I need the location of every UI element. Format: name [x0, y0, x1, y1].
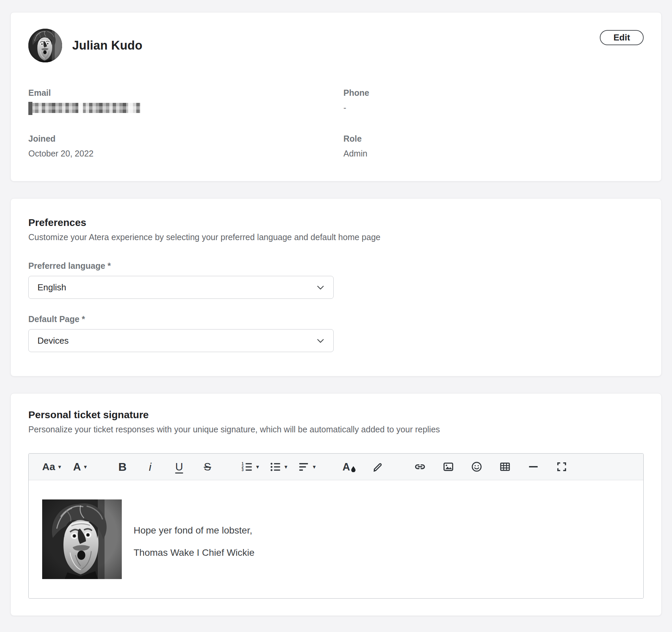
link-button[interactable] [411, 454, 429, 480]
horizontal-rule-button[interactable] [524, 454, 543, 480]
font-family-icon: A [73, 461, 81, 472]
default-page-value: Devices [38, 336, 69, 346]
highlighter-icon [371, 461, 384, 473]
preferred-language-label: Preferred language * [28, 261, 644, 271]
chevron-down-icon: ▾ [84, 464, 87, 470]
align-button[interactable]: ▾ [297, 454, 316, 480]
emoji-icon [471, 461, 483, 473]
joined-label: Joined [28, 134, 343, 144]
phone-value: - [343, 103, 644, 113]
field-joined: Joined October 20, 2022 [28, 134, 343, 159]
default-page-select[interactable]: Devices [28, 329, 334, 352]
font-family-button[interactable]: A ▾ [71, 454, 89, 480]
ordered-list-button[interactable]: 1 2 3 ▾ [241, 454, 259, 480]
signature-text: Hope yer fond of me lobster, Thomas Wake… [134, 515, 254, 564]
emoji-button[interactable] [467, 454, 486, 480]
align-left-icon [297, 461, 310, 473]
fullscreen-icon [556, 461, 568, 473]
default-page-label: Default Page * [28, 314, 644, 324]
phone-label: Phone [343, 88, 644, 98]
portrait-photo-icon [42, 500, 122, 579]
strikethrough-icon: S [204, 461, 211, 472]
bullet-list-button[interactable]: ▾ [269, 454, 288, 480]
edit-button[interactable]: Edit [600, 30, 644, 45]
avatar [28, 29, 62, 63]
chevron-down-icon [316, 285, 325, 290]
horizontal-rule-icon [527, 461, 539, 473]
signature-title: Personal ticket signature [28, 409, 644, 420]
highlight-button[interactable] [368, 454, 387, 480]
account-settings-page: Julian Kudo Edit Email Phone - Joined Oc… [0, 0, 672, 632]
chevron-down-icon: ▾ [58, 464, 61, 470]
text-color-button[interactable]: A [340, 454, 359, 480]
profile-header: Julian Kudo Edit [28, 29, 644, 63]
signature-description: Personalize your ticket responses with y… [28, 424, 644, 434]
email-label: Email [28, 88, 343, 98]
text-color-icon: A [342, 462, 350, 472]
bold-button[interactable]: B [113, 454, 132, 480]
preferences-description: Customize your Atera experience by selec… [28, 233, 644, 242]
italic-icon: i [149, 461, 153, 472]
role-label: Role [343, 134, 644, 144]
ordered-list-icon: 1 2 3 [241, 461, 253, 473]
signature-line-2: Thomas Wake I Chief Wickie [134, 542, 254, 564]
italic-button[interactable]: i [141, 454, 160, 480]
role-value: Admin [343, 149, 644, 159]
fullscreen-button[interactable] [552, 454, 571, 480]
redacted-email-value [28, 103, 140, 113]
svg-text:3: 3 [242, 468, 244, 472]
image-icon [442, 461, 454, 473]
strikethrough-button[interactable]: S [198, 454, 217, 480]
signature-line-1: Hope yer fond of me lobster, [134, 519, 254, 542]
avatar-photo-icon [28, 29, 62, 63]
table-icon [499, 461, 511, 473]
image-button[interactable] [439, 454, 458, 480]
signature-photo [42, 500, 122, 579]
chevron-down-icon: ▾ [256, 464, 259, 470]
field-email: Email [28, 88, 343, 113]
profile-card: Julian Kudo Edit Email Phone - Joined Oc… [10, 12, 662, 181]
editor-toolbar: Aa ▾ A ▾ B i U S [29, 454, 643, 480]
font-size-icon: Aa [42, 462, 55, 472]
bullet-list-icon [269, 461, 281, 473]
user-name: Julian Kudo [72, 39, 142, 53]
underline-icon: U [175, 461, 183, 472]
signature-card: Personal ticket signature Personalize yo… [10, 393, 662, 616]
joined-value: October 20, 2022 [28, 149, 343, 159]
preferences-card: Preferences Customize your Atera experie… [10, 198, 662, 376]
underline-button[interactable]: U [170, 454, 189, 480]
chevron-down-icon: ▾ [313, 464, 316, 470]
editor-content[interactable]: Hope yer fond of me lobster, Thomas Wake… [29, 480, 643, 598]
chevron-down-icon [316, 338, 325, 343]
chevron-down-icon: ▾ [284, 464, 287, 470]
link-icon [414, 461, 426, 473]
bold-icon: B [118, 461, 127, 472]
preferred-language-value: English [38, 282, 66, 293]
signature-editor: Aa ▾ A ▾ B i U S [28, 453, 644, 599]
field-phone: Phone - [343, 88, 644, 113]
table-button[interactable] [496, 454, 514, 480]
preferences-title: Preferences [28, 217, 644, 228]
profile-fields: Email Phone - Joined October 20, 2022 Ro… [28, 88, 644, 159]
preferred-language-select[interactable]: English [28, 276, 334, 299]
field-role: Role Admin [343, 134, 644, 159]
font-size-button[interactable]: Aa ▾ [42, 454, 61, 480]
ink-drop-icon [351, 466, 356, 472]
